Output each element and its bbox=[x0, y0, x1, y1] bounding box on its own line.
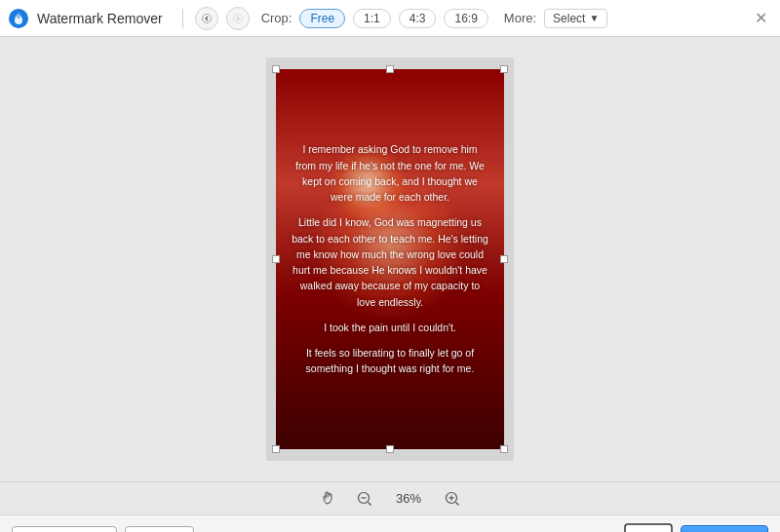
nav-back-button[interactable] bbox=[195, 7, 218, 30]
svg-point-3 bbox=[233, 14, 242, 22]
select-dropdown[interactable]: Select ▼ bbox=[544, 9, 607, 28]
crop-16-9-button[interactable]: 16:9 bbox=[444, 9, 488, 28]
hand-tool-button[interactable] bbox=[317, 488, 338, 510]
app-title: Watermark Remover bbox=[37, 11, 163, 26]
text-paragraph-4: It feels so liberating to finally let go… bbox=[292, 345, 488, 377]
select-label: Select bbox=[553, 12, 585, 25]
zoom-level-display: 36% bbox=[391, 491, 426, 506]
image-preview: I remember asking God to remove him from… bbox=[276, 69, 504, 449]
title-bar: Watermark Remover Crop: Free 1:1 4:3 16:… bbox=[0, 0, 780, 37]
svg-line-10 bbox=[456, 503, 458, 505]
nav-forward-button[interactable] bbox=[226, 7, 250, 30]
image-text-overlay: I remember asking God to remove him from… bbox=[276, 69, 504, 449]
back-button[interactable]: Back bbox=[125, 526, 194, 532]
resize-handle-tl[interactable] bbox=[272, 65, 280, 73]
zoom-out-button[interactable] bbox=[354, 488, 375, 510]
divider bbox=[182, 9, 183, 28]
new-image-button[interactable]: New Image bbox=[12, 526, 117, 532]
close-button[interactable]: ✕ bbox=[751, 9, 770, 28]
canvas-area: I remember asking God to remove him from… bbox=[0, 37, 780, 481]
resize-handle-tr[interactable] bbox=[500, 65, 508, 73]
dropdown-arrow-icon: ▼ bbox=[589, 13, 599, 23]
svg-rect-11 bbox=[625, 524, 672, 533]
svg-line-6 bbox=[369, 503, 370, 505]
crop-free-button[interactable]: Free bbox=[299, 9, 345, 28]
text-paragraph-1: I remember asking God to remove him from… bbox=[292, 141, 488, 205]
crop-1-1-button[interactable]: 1:1 bbox=[353, 9, 391, 28]
zoom-toolbar: 36% bbox=[0, 481, 780, 514]
zoom-in-button[interactable] bbox=[442, 488, 463, 510]
app-logo-icon bbox=[8, 8, 29, 29]
resize-handle-br[interactable] bbox=[500, 445, 508, 453]
resize-handle-ml[interactable] bbox=[272, 255, 280, 263]
arrow-icon bbox=[624, 523, 673, 533]
svg-point-2 bbox=[202, 14, 211, 22]
footer: New Image Back Save bbox=[0, 514, 780, 532]
image-container[interactable]: I remember asking God to remove him from… bbox=[276, 69, 504, 449]
close-icon: ✕ bbox=[755, 9, 767, 27]
save-button[interactable]: Save bbox=[681, 525, 768, 533]
text-paragraph-3: I took the pain until I couldn't. bbox=[324, 320, 456, 335]
resize-handle-bl[interactable] bbox=[272, 445, 280, 453]
save-area: Save bbox=[624, 523, 768, 533]
more-label: More: bbox=[504, 11, 536, 25]
svg-point-1 bbox=[17, 13, 20, 19]
crop-label: Crop: bbox=[261, 11, 292, 25]
crop-4-3-button[interactable]: 4:3 bbox=[399, 9, 437, 28]
resize-handle-bm[interactable] bbox=[386, 445, 394, 453]
resize-handle-mr[interactable] bbox=[500, 255, 508, 263]
resize-handle-tm[interactable] bbox=[386, 65, 394, 73]
text-paragraph-2: Little did I know, God was magnetting us… bbox=[292, 214, 488, 310]
